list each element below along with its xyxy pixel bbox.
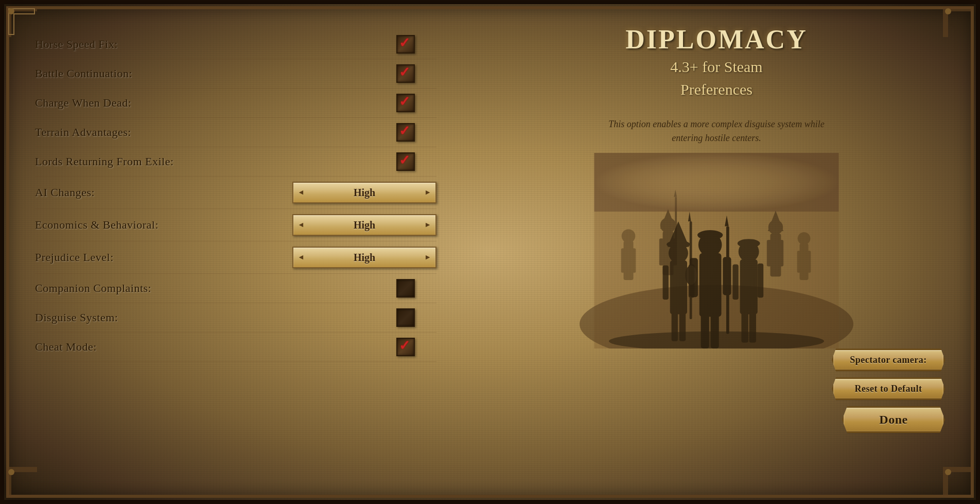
done-label: Done (879, 413, 907, 427)
spectator-camera-button-bg: Spectator camera: (832, 349, 945, 371)
ai-changes-value: High (354, 187, 375, 199)
cheat-mode-label: Cheat Mode: (35, 340, 97, 354)
companion-complaints-label: Companion Complaints: (35, 282, 151, 295)
description-text: This option enables a more complex disgu… (608, 117, 825, 145)
setting-row-terrain-advantages: Terrain Advantages: (35, 118, 436, 147)
cheat-mode-checkbox-bg (396, 338, 415, 356)
title-line1: DIPLOMACY (625, 25, 807, 54)
cheat-mode-checkbox[interactable] (396, 338, 415, 356)
title-line2: 4.3+ for Steam (625, 57, 807, 77)
warriors-image (478, 153, 955, 349)
ai-changes-selector[interactable]: High (292, 182, 436, 203)
title-area: DIPLOMACY 4.3+ for Steam Preferences (620, 25, 812, 99)
battle-continuation-label: Battle Continuation: (35, 67, 132, 80)
ai-changes-label: AI Changes: (35, 186, 95, 199)
svg-point-0 (8, 8, 14, 14)
terrain-advantages-control[interactable] (375, 123, 436, 142)
economics-selector[interactable]: High (292, 214, 436, 236)
reset-default-label: Reset to Default (855, 384, 922, 394)
setting-row-economics: Economics & Behavioral: High (35, 209, 436, 241)
prejudice-control[interactable]: High (292, 247, 436, 268)
companion-complaints-checkbox[interactable] (396, 279, 415, 298)
title-line3: Preferences (625, 79, 807, 99)
disguise-system-label: Disguise System: (35, 311, 118, 324)
bottom-buttons: Spectator camera: Reset to Default Done (478, 349, 955, 443)
setting-row-prejudice: Prejudice Level: High (35, 241, 436, 274)
lords-returning-control[interactable] (375, 152, 436, 171)
setting-row-lords-returning: Lords Returning From Exile: (35, 147, 436, 177)
reset-default-button[interactable]: Reset to Default (832, 377, 945, 400)
economics-control[interactable]: High (292, 214, 436, 236)
spectator-camera-label: Spectator camera: (850, 355, 927, 366)
setting-row-cheat-mode: Cheat Mode: (35, 333, 436, 362)
economics-selector-bg: High (292, 214, 436, 236)
terrain-advantages-checkbox-bg (396, 123, 415, 142)
right-panel: DIPLOMACY 4.3+ for Steam Preferences Thi… (457, 14, 966, 490)
terrain-advantages-label: Terrain Advantages: (35, 126, 131, 139)
setting-row-horse-speed-fix: Horse Speed Fix: (35, 30, 436, 59)
battle-continuation-control[interactable] (375, 64, 436, 83)
setting-row-battle-continuation: Battle Continuation: (35, 59, 436, 89)
battle-continuation-checkbox[interactable] (396, 64, 415, 83)
done-button[interactable]: Done (842, 406, 945, 433)
horse-speed-fix-checkbox[interactable] (396, 35, 415, 54)
companion-complaints-control[interactable] (375, 279, 436, 298)
setting-row-companion-complaints: Companion Complaints: (35, 274, 436, 303)
terrain-advantages-checkbox[interactable] (396, 123, 415, 142)
horse-speed-fix-label: Horse Speed Fix: (35, 38, 118, 51)
disguise-system-control[interactable] (375, 308, 436, 327)
battle-continuation-checkbox-bg (396, 64, 415, 83)
svg-point-2 (8, 469, 14, 475)
prejudice-selector-bg: High (292, 247, 436, 268)
reset-default-button-bg: Reset to Default (832, 377, 945, 400)
lords-returning-checkbox[interactable] (396, 152, 415, 171)
lords-returning-label: Lords Returning From Exile: (35, 155, 174, 168)
prejudice-selector[interactable]: High (292, 247, 436, 268)
disguise-system-checkbox-bg (396, 308, 415, 327)
horse-speed-fix-checkbox-bg (396, 35, 415, 54)
economics-label: Economics & Behavioral: (35, 218, 159, 232)
charge-when-dead-checkbox[interactable] (396, 94, 415, 112)
ai-changes-control[interactable]: High (292, 182, 436, 203)
cheat-mode-control[interactable] (375, 338, 436, 356)
done-button-bg: Done (842, 406, 945, 433)
companion-complaints-checkbox-bg (396, 279, 415, 298)
horse-speed-fix-control[interactable] (375, 35, 436, 54)
svg-point-1 (945, 8, 951, 14)
charge-when-dead-label: Charge When Dead: (35, 96, 131, 110)
prejudice-value: High (354, 252, 375, 264)
warriors-svg (478, 153, 955, 349)
disguise-system-checkbox[interactable] (396, 308, 415, 327)
ai-changes-selector-bg: High (292, 182, 436, 203)
spectator-camera-button[interactable]: Spectator camera: (832, 349, 945, 371)
setting-row-disguise-system: Disguise System: (35, 303, 436, 333)
charge-when-dead-checkbox-bg (396, 94, 415, 112)
setting-row-ai-changes: AI Changes: High (35, 177, 436, 209)
charge-when-dead-control[interactable] (375, 94, 436, 112)
left-panel: Horse Speed Fix: Battle Continuation: (14, 14, 457, 490)
lords-returning-checkbox-bg (396, 152, 415, 171)
economics-value: High (354, 219, 375, 231)
main-background: Horse Speed Fix: Battle Continuation: (0, 0, 980, 504)
content-area: Horse Speed Fix: Battle Continuation: (14, 14, 966, 490)
prejudice-label: Prejudice Level: (35, 251, 114, 264)
svg-rect-56 (594, 153, 839, 349)
setting-row-charge-when-dead: Charge When Dead: (35, 89, 436, 118)
